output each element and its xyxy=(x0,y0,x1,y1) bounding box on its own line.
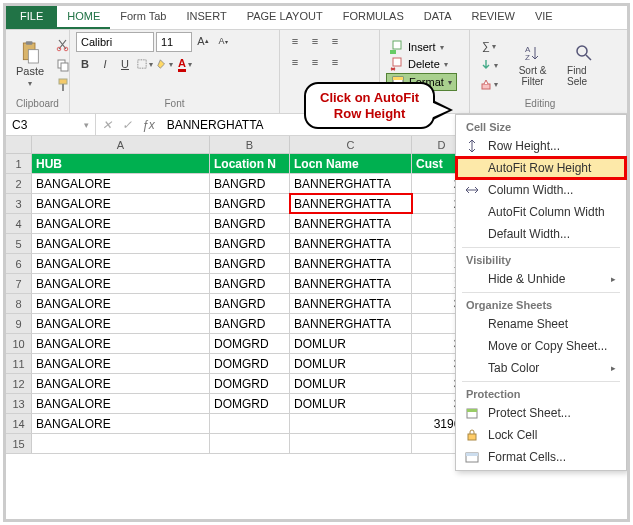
tab-file[interactable]: FILE xyxy=(6,6,57,29)
cell-C5[interactable]: BANNERGHATTA xyxy=(290,234,412,253)
cell-C14[interactable] xyxy=(290,414,412,433)
cell-C11[interactable]: DOMLUR xyxy=(290,354,412,373)
cancel-formula-icon[interactable]: ✕ xyxy=(98,118,116,132)
row-header[interactable]: 12 xyxy=(6,374,32,393)
tab-home[interactable]: HOME xyxy=(57,6,110,29)
menu-autofit-row-height[interactable]: AutoFit Row Height xyxy=(456,157,626,179)
cell-B12[interactable]: DOMGRD xyxy=(210,374,290,393)
col-header-A[interactable]: A xyxy=(32,136,210,153)
row-header[interactable]: 5 xyxy=(6,234,32,253)
menu-format-cells[interactable]: Format Cells... xyxy=(456,446,626,468)
cell-A8[interactable]: BANGALORE xyxy=(32,294,210,313)
cell-B5[interactable]: BANGRD xyxy=(210,234,290,253)
align-right-button[interactable]: ≡ xyxy=(326,53,344,71)
align-top-button[interactable]: ≡ xyxy=(286,32,304,50)
tab-formtab[interactable]: Form Tab xyxy=(110,6,176,29)
cell-B15[interactable] xyxy=(210,434,290,453)
insert-cells-button[interactable]: Insert ▾ xyxy=(386,39,457,55)
menu-lock-cell[interactable]: Lock Cell xyxy=(456,424,626,446)
cell-C15[interactable] xyxy=(290,434,412,453)
row-header[interactable]: 2 xyxy=(6,174,32,193)
row-header[interactable]: 4 xyxy=(6,214,32,233)
row-header[interactable]: 10 xyxy=(6,334,32,353)
cell-B2[interactable]: BANGRD xyxy=(210,174,290,193)
cell-C1[interactable]: Locn Name xyxy=(290,154,412,173)
row-header[interactable]: 1 xyxy=(6,154,32,173)
cell-A12[interactable]: BANGALORE xyxy=(32,374,210,393)
name-box-dropdown-icon[interactable]: ▾ xyxy=(84,120,89,130)
row-header[interactable]: 13 xyxy=(6,394,32,413)
cell-A1[interactable]: HUB xyxy=(32,154,210,173)
cell-C2[interactable]: BANNERGHATTA xyxy=(290,174,412,193)
row-header[interactable]: 8 xyxy=(6,294,32,313)
menu-default-width[interactable]: Default Width... xyxy=(456,223,626,245)
underline-button[interactable]: U xyxy=(116,55,134,73)
row-header[interactable]: 15 xyxy=(6,434,32,453)
decrease-font-button[interactable]: A▾ xyxy=(214,32,232,50)
cell-A14[interactable]: BANGALORE xyxy=(32,414,210,433)
cell-A2[interactable]: BANGALORE xyxy=(32,174,210,193)
cell-A5[interactable]: BANGALORE xyxy=(32,234,210,253)
menu-tab-color[interactable]: Tab Color ▸ xyxy=(456,357,626,379)
row-header[interactable]: 11 xyxy=(6,354,32,373)
menu-column-width[interactable]: Column Width... xyxy=(456,179,626,201)
cell-B11[interactable]: DOMGRD xyxy=(210,354,290,373)
cell-A11[interactable]: BANGALORE xyxy=(32,354,210,373)
row-header[interactable]: 6 xyxy=(6,254,32,273)
cell-B8[interactable]: BANGRD xyxy=(210,294,290,313)
col-header-B[interactable]: B xyxy=(210,136,290,153)
increase-font-button[interactable]: A▴ xyxy=(194,32,212,50)
cell-A9[interactable]: BANGALORE xyxy=(32,314,210,333)
tab-view[interactable]: VIE xyxy=(525,6,563,29)
font-color-button[interactable]: A xyxy=(176,55,194,73)
cell-A3[interactable]: BANGALORE xyxy=(32,194,210,213)
menu-autofit-column-width[interactable]: AutoFit Column Width xyxy=(456,201,626,223)
cell-B13[interactable]: DOMGRD xyxy=(210,394,290,413)
fill-button[interactable] xyxy=(476,56,502,74)
tab-data[interactable]: DATA xyxy=(414,6,462,29)
cell-C13[interactable]: DOMLUR xyxy=(290,394,412,413)
clear-button[interactable] xyxy=(476,75,502,93)
cell-C10[interactable]: DOMLUR xyxy=(290,334,412,353)
cell-A6[interactable]: BANGALORE xyxy=(32,254,210,273)
cell-C12[interactable]: DOMLUR xyxy=(290,374,412,393)
paste-button[interactable]: Paste ▾ xyxy=(12,41,48,90)
tab-pagelayout[interactable]: PAGE LAYOUT xyxy=(237,6,333,29)
cell-B6[interactable]: BANGRD xyxy=(210,254,290,273)
align-middle-button[interactable]: ≡ xyxy=(306,32,324,50)
cell-C6[interactable]: BANNERGHATTA xyxy=(290,254,412,273)
cell-B4[interactable]: BANGRD xyxy=(210,214,290,233)
cell-C3[interactable]: BANNERGHATTA xyxy=(290,194,412,213)
row-header[interactable]: 14 xyxy=(6,414,32,433)
cell-B10[interactable]: DOMGRD xyxy=(210,334,290,353)
row-header[interactable]: 3 xyxy=(6,194,32,213)
sort-filter-button[interactable]: AZ Sort & Filter xyxy=(508,41,557,89)
cell-A4[interactable]: BANGALORE xyxy=(32,214,210,233)
align-center-button[interactable]: ≡ xyxy=(306,53,324,71)
cell-A10[interactable]: BANGALORE xyxy=(32,334,210,353)
find-select-button[interactable]: Find Sele xyxy=(563,41,604,89)
cell-C4[interactable]: BANNERGHATTA xyxy=(290,214,412,233)
menu-rename-sheet[interactable]: Rename Sheet xyxy=(456,313,626,335)
cell-B1[interactable]: Location N xyxy=(210,154,290,173)
cell-C7[interactable]: BANNERGHATTA xyxy=(290,274,412,293)
menu-row-height[interactable]: Row Height... xyxy=(456,135,626,157)
tab-formulas[interactable]: FORMULAS xyxy=(333,6,414,29)
menu-protect-sheet[interactable]: Protect Sheet... xyxy=(456,402,626,424)
row-header[interactable]: 9 xyxy=(6,314,32,333)
font-size-select[interactable] xyxy=(156,32,192,52)
font-name-select[interactable] xyxy=(76,32,154,52)
row-header[interactable]: 7 xyxy=(6,274,32,293)
menu-move-copy-sheet[interactable]: Move or Copy Sheet... xyxy=(456,335,626,357)
fill-color-button[interactable] xyxy=(156,55,174,73)
col-header-C[interactable]: C xyxy=(290,136,412,153)
autosum-button[interactable]: ∑ xyxy=(476,37,502,55)
cell-B7[interactable]: BANGRD xyxy=(210,274,290,293)
bold-button[interactable]: B xyxy=(76,55,94,73)
tab-insert[interactable]: INSERT xyxy=(177,6,237,29)
cell-C8[interactable]: BANNERGHATTA xyxy=(290,294,412,313)
enter-formula-icon[interactable]: ✓ xyxy=(118,118,136,132)
cell-A13[interactable]: BANGALORE xyxy=(32,394,210,413)
cell-A7[interactable]: BANGALORE xyxy=(32,274,210,293)
align-left-button[interactable]: ≡ xyxy=(286,53,304,71)
